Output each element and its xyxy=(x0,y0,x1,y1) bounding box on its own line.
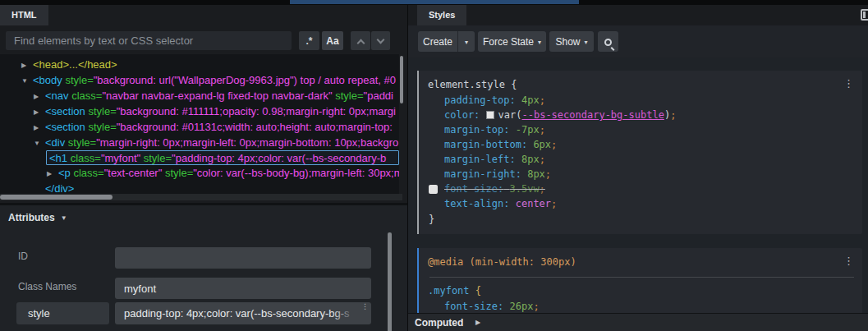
collapse-arrow-icon[interactable]: ▼ xyxy=(21,73,33,88)
css-variable-link[interactable]: --bs-secondary-bg-subtle xyxy=(522,109,664,121)
css-declaration[interactable]: color: var(--bs-secondary-bg-subtle); xyxy=(419,108,862,122)
css-value: 4px xyxy=(521,94,540,106)
color-swatch[interactable] xyxy=(486,111,494,119)
media-rule-block: ⋮@media (min-width: 300px).myfont {font-… xyxy=(417,248,862,313)
css-property-name[interactable]: font-size: xyxy=(444,183,503,195)
class-names-input[interactable] xyxy=(115,278,371,299)
find-elements-input[interactable] xyxy=(6,31,292,50)
force-state-button[interactable]: Force State▾ xyxy=(478,31,546,52)
html-panel: HTML .* Aa ▶<head>...</head>▼<body style… xyxy=(0,5,407,331)
expand-arrow-icon[interactable]: ▶ xyxy=(34,104,45,119)
css-declaration[interactable]: text-align: center; xyxy=(419,196,862,211)
tree-row[interactable]: ▶<section style="background: #01131c;wid… xyxy=(0,119,399,135)
css-property-name[interactable]: text-align: xyxy=(444,198,509,209)
create-button[interactable]: Create xyxy=(418,31,458,52)
css-rules-list: ⋮element.style {padding-top: 4px;color: … xyxy=(408,57,868,313)
declaration-text: font-size: 3.5vw; xyxy=(444,183,545,195)
css-declaration[interactable]: font-size: 26px; xyxy=(419,299,862,313)
search-styles-button[interactable] xyxy=(598,31,618,52)
computed-title: Computed xyxy=(415,317,463,329)
expand-arrow-icon[interactable]: ▶ xyxy=(34,120,45,135)
css-property-name[interactable]: margin-right: xyxy=(444,168,521,180)
code-segment: style= xyxy=(65,74,93,86)
tree-row[interactable]: ▼<body style="background: url("Wallpaper… xyxy=(0,72,399,88)
chevron-up-icon xyxy=(356,39,365,47)
dock-panel-icon[interactable] xyxy=(861,9,868,21)
code-segment: <h1 xyxy=(49,152,71,164)
tree-row[interactable]: ▶<nav class="navbar navbar-expand-lg fix… xyxy=(0,88,399,103)
style-attribute-key[interactable]: style xyxy=(16,302,109,324)
css-declaration[interactable]: margin-top: -7px; xyxy=(419,122,862,137)
semicolon: ; xyxy=(540,124,545,136)
attributes-title: Attributes xyxy=(8,212,55,223)
code-segment: style= xyxy=(165,167,193,179)
tree-scrollbar-thumb[interactable] xyxy=(400,56,403,103)
css-value: -7px xyxy=(516,124,540,136)
id-input[interactable] xyxy=(115,247,371,269)
enable-property-checkbox[interactable] xyxy=(429,185,438,194)
rule-menu-icon[interactable]: ⋮ xyxy=(843,78,854,89)
declaration-text: color: var(--bs-secondary-bg-subtle); xyxy=(444,109,676,121)
css-declaration[interactable]: margin-left: 8px; xyxy=(419,152,862,167)
css-property-name[interactable]: color: xyxy=(444,109,480,121)
css-property-name[interactable]: padding-top: xyxy=(444,94,516,106)
attributes-section-header[interactable]: Attributes▼ xyxy=(8,212,67,223)
find-next-button[interactable] xyxy=(371,31,390,50)
code-segment: class= xyxy=(73,167,103,179)
create-dropdown-button[interactable]: ▾ xyxy=(458,31,475,52)
css-declaration[interactable]: margin-bottom: 6px; xyxy=(419,137,862,152)
tab-styles[interactable]: Styles xyxy=(417,5,466,25)
case-sensitivity-button[interactable]: Aa xyxy=(322,31,343,50)
field-overflow-dots-icon: ⋮ xyxy=(361,304,366,310)
expand-arrow-icon[interactable]: ▶ xyxy=(34,89,45,103)
css-property-name[interactable]: margin-left: xyxy=(444,154,516,165)
expand-arrow-icon[interactable]: ▶ xyxy=(21,57,33,72)
css-value: var( xyxy=(498,109,522,121)
code-segment: <body xyxy=(33,74,65,86)
computed-section-header[interactable]: Computed ▶ xyxy=(408,313,868,331)
css-value: 6px xyxy=(533,139,551,150)
css-declaration[interactable]: padding-top: 4px; xyxy=(419,93,862,108)
show-button[interactable]: Show▾ xyxy=(549,31,594,52)
tab-html[interactable]: HTML xyxy=(0,5,48,25)
find-previous-button[interactable] xyxy=(351,31,370,50)
css-value: center xyxy=(516,198,551,209)
find-bar: .* Aa xyxy=(0,25,407,54)
semicolon: ; xyxy=(545,168,551,180)
attributes-panel: Attributes▼ ID Class Names style ⋮ xyxy=(0,203,407,331)
code-segment: "paddi xyxy=(364,90,393,102)
tree-row[interactable]: ▶<head>...</head> xyxy=(0,57,399,72)
tree-row[interactable]: ▶<section style="background: #111111;opa… xyxy=(0,103,399,119)
tree-horizontal-scrollbar[interactable] xyxy=(0,194,402,200)
semicolon: ; xyxy=(533,301,539,312)
expand-arrow-icon[interactable]: ▶ xyxy=(47,166,58,181)
rule-menu-icon[interactable]: ⋮ xyxy=(843,255,854,266)
code-segment: style= xyxy=(335,90,363,102)
regex-toggle-button[interactable]: .* xyxy=(299,31,319,50)
devtools-window: HTML .* Aa ▶<head>...</head>▼<body style… xyxy=(0,0,868,331)
style-attribute-input[interactable] xyxy=(115,302,371,324)
css-property-name[interactable]: margin-top: xyxy=(444,124,509,136)
code-segment: <div xyxy=(45,136,68,149)
chevron-down-icon xyxy=(377,35,385,44)
css-declaration[interactable]: margin-right: 8px; xyxy=(419,167,862,182)
scrollbar-thumb[interactable] xyxy=(0,195,113,200)
page-accent-bar xyxy=(290,0,579,4)
tree-row[interactable]: ▼<div style="margin-right: 0px;margin-le… xyxy=(0,135,399,150)
code-segment: class= xyxy=(71,90,102,102)
code-segment: style= xyxy=(88,105,116,117)
collapse-caret-icon: ▼ xyxy=(61,214,67,222)
tree-row-selected[interactable]: <h1 class="myfont" style="padding-top: 4… xyxy=(46,150,399,165)
tree-row[interactable]: ▶<p class="text-center" style="color: va… xyxy=(0,165,399,181)
code-segment: "navbar navbar-expand-lg fixed-top navba… xyxy=(102,90,335,102)
declaration-text: margin-left: 8px; xyxy=(444,154,545,165)
css-declaration[interactable]: font-size: 3.5vw; xyxy=(419,182,862,196)
semicolon: ; xyxy=(551,139,557,150)
css-value: 8px xyxy=(521,154,540,165)
show-label: Show xyxy=(555,36,580,48)
css-property-name[interactable]: margin-bottom: xyxy=(444,139,527,150)
attributes-scrollbar-thumb[interactable] xyxy=(388,232,392,331)
collapse-arrow-icon[interactable]: ▼ xyxy=(34,136,45,150)
chevron-down-icon: ▾ xyxy=(585,39,588,46)
css-property-name[interactable]: font-size: xyxy=(444,301,503,312)
